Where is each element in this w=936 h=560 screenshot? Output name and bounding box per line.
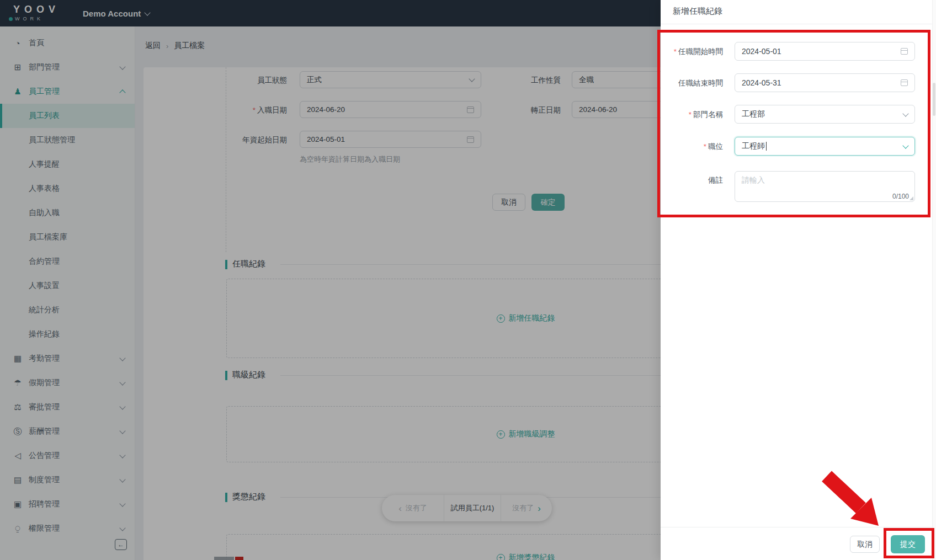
app-root: YOOV WORK Demo Account ◔ 首頁 ⊞ 部門管理 ♟ 員工管… bbox=[0, 0, 936, 560]
position-value: 工程師 bbox=[742, 141, 765, 151]
label-text: 職位 bbox=[708, 142, 723, 151]
department-label: *部門名稱 bbox=[665, 110, 723, 120]
char-counter: 0/100 bbox=[892, 193, 909, 200]
required-mark: * bbox=[704, 142, 706, 151]
required-mark: * bbox=[674, 47, 677, 56]
label-text: 任職開始時間 bbox=[678, 47, 723, 56]
start-date-picker[interactable]: 2024-05-01 bbox=[735, 42, 915, 61]
resize-handle-icon[interactable] bbox=[910, 196, 913, 200]
scrollbar-thumb[interactable] bbox=[933, 83, 935, 116]
end-date-picker[interactable]: 2024-05-31 bbox=[735, 73, 915, 92]
start-date-label: *任職開始時間 bbox=[665, 47, 723, 57]
drawer-cancel-button[interactable]: 取消 bbox=[850, 536, 880, 553]
end-date-label: 任職結束時間 bbox=[665, 78, 723, 88]
drawer-footer-divider bbox=[661, 527, 936, 527]
text-cursor bbox=[766, 142, 767, 151]
chevron-down-icon bbox=[902, 142, 908, 148]
remark-placeholder: 請輸入 bbox=[742, 175, 765, 185]
calendar-icon bbox=[901, 79, 908, 86]
drawer-header-divider bbox=[661, 24, 936, 24]
position-label: *職位 bbox=[665, 142, 723, 152]
department-select[interactable]: 工程部 bbox=[735, 105, 915, 124]
end-date-value: 2024-05-31 bbox=[742, 78, 781, 87]
position-select[interactable]: 工程師 bbox=[735, 137, 915, 156]
start-date-value: 2024-05-01 bbox=[742, 47, 781, 56]
add-employment-record-drawer: 新增任職紀錄 *任職開始時間 2024-05-01 任職結束時間 2024-05… bbox=[661, 0, 936, 560]
required-mark: * bbox=[689, 110, 692, 119]
remark-textarea[interactable]: 請輸入 0/100 bbox=[735, 171, 915, 202]
remark-label: 備註 bbox=[665, 175, 723, 185]
chevron-down-icon bbox=[902, 110, 908, 116]
label-text: 部門名稱 bbox=[693, 110, 723, 119]
department-value: 工程部 bbox=[742, 109, 765, 119]
drawer-mask-overlay[interactable] bbox=[0, 0, 661, 560]
drawer-submit-button[interactable]: 提交 bbox=[891, 535, 925, 553]
calendar-icon bbox=[901, 48, 908, 55]
drawer-title: 新增任職紀錄 bbox=[673, 6, 722, 17]
